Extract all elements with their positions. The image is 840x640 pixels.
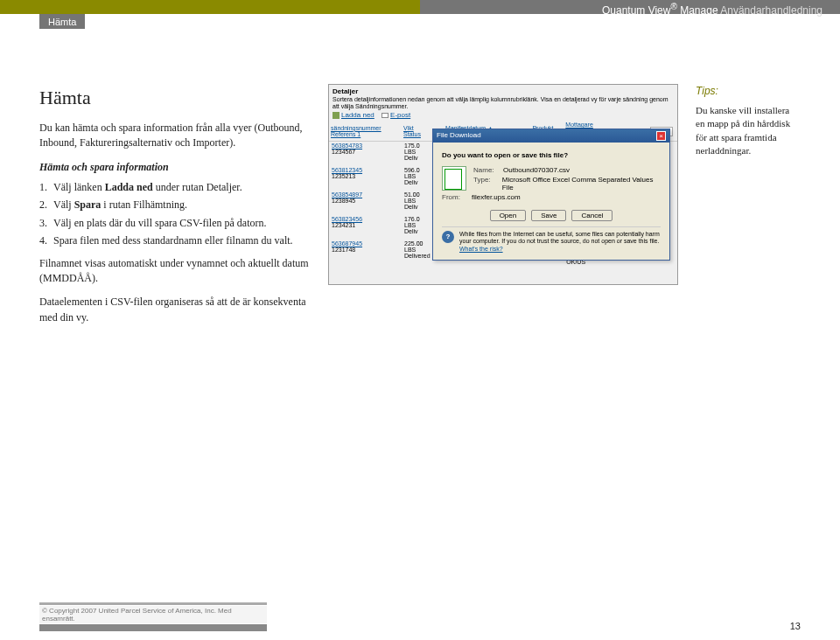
type-label: Type: (473, 176, 502, 191)
file-icon (442, 166, 466, 191)
section-tab: Hämta (39, 14, 85, 29)
page-title: Hämta (39, 84, 311, 112)
detaljer-subtext: Sortera detaljinformationen nedan genom … (332, 96, 674, 109)
cancel-button[interactable]: Cancel (571, 210, 612, 221)
type-value: Microsoft Office Excel Comma Separated V… (502, 176, 661, 191)
content-area: Hämta Du kan hämta och spara information… (0, 31, 840, 334)
tips-column: Tips: Du kanske vill installera en mapp … (696, 84, 801, 334)
from-value: filexfer.ups.com (472, 193, 521, 201)
email-icon (382, 113, 388, 118)
dialog-titlebar: File Download × (433, 129, 669, 143)
warning-text: While files from the Internet can be use… (459, 231, 660, 244)
step-4: 4.Spara filen med dess standardnamn elle… (39, 233, 311, 248)
paragraph-csv: Dataelementen i CSV-filen organiseras så… (39, 295, 311, 325)
name-label: Name: (473, 166, 503, 174)
reg-mark: ® (670, 2, 676, 11)
copyright-box: © Copyright 2007 United Parcel Service o… (39, 602, 267, 631)
step-3: 3.Välj en plats där du vill spara CSV-fi… (39, 216, 311, 231)
ladda-ned-link[interactable]: Ladda ned (341, 111, 374, 119)
product-name: Quantum View (602, 4, 671, 17)
epost-link[interactable]: E-post (390, 111, 410, 119)
intro-paragraph: Du kan hämta och spara information från … (39, 121, 311, 151)
download-icon (332, 112, 340, 119)
footer: © Copyright 2007 United Parcel Service o… (0, 602, 840, 631)
product-sub: Manage (680, 4, 718, 17)
whats-the-risk-link[interactable]: What's the risk? (459, 246, 503, 252)
subheading: Hämta och spara information (39, 160, 311, 175)
copyright-text: © Copyright 2007 United Parcel Service o… (39, 606, 267, 623)
step-1: 1.Välj länken Ladda ned under rutan Deta… (39, 180, 311, 195)
dialog-buttons: Open Save Cancel (442, 210, 661, 221)
detaljer-heading: Detaljer (332, 87, 674, 95)
name-value: Outbound070307.csv (503, 166, 570, 174)
open-button[interactable]: Open (490, 210, 527, 221)
from-label: From: (442, 193, 472, 201)
doc-title: Quantum View® Manage Användarhandledning (602, 2, 822, 17)
paragraph-filename: Filnamnet visas automatiskt under vynamn… (39, 256, 311, 287)
step-2: 2.Välj Spara i rutan Filhämtning. (39, 198, 311, 212)
th-sandning[interactable]: sändningsnummerReferens 1 (329, 121, 402, 142)
dialog-warning: ? While files from the Internet can be u… (442, 226, 661, 253)
dialog-title: File Download (437, 131, 481, 141)
action-links: Ladda ned E-post (332, 111, 674, 119)
header-row: Hämta Quantum View® Manage Användarhandl… (0, 14, 840, 31)
screenshot-column: Detaljer Sortera detaljinformationen ned… (328, 84, 678, 334)
file-download-dialog: File Download × Do you want to open or s… (432, 129, 670, 261)
dialog-question: Do you want to open or save this file? (442, 151, 661, 159)
doc-kind: Användarhandledning (720, 4, 822, 17)
tips-body: Du kanske vill installera en mapp på din… (696, 104, 801, 158)
tips-heading: Tips: (696, 84, 801, 99)
save-button[interactable]: Save (531, 210, 566, 221)
info-icon: ? (442, 231, 454, 243)
page-number: 13 (790, 621, 801, 631)
app-screenshot: Detaljer Sortera detaljinformationen ned… (328, 84, 678, 285)
close-icon[interactable]: × (656, 131, 666, 141)
left-column: Hämta Du kan hämta och spara information… (39, 84, 311, 334)
olive-stripe (0, 0, 420, 14)
